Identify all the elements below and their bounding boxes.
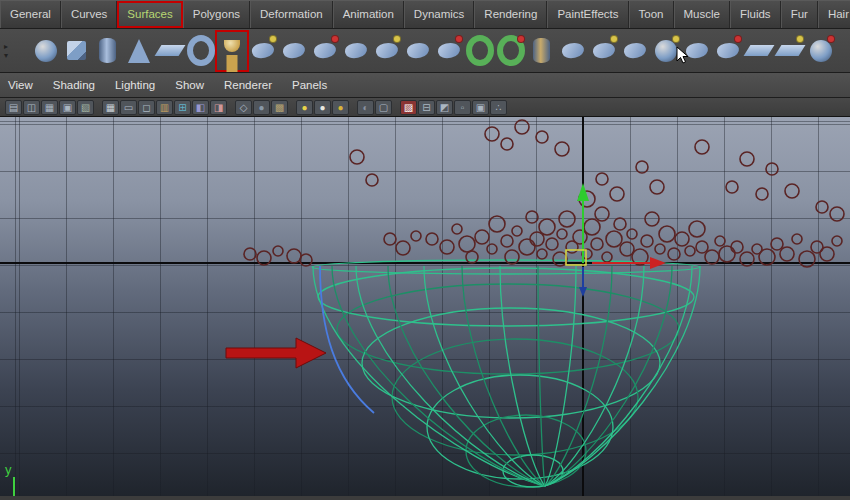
shelf-icon-extend-surfaces[interactable] [745, 33, 773, 69]
use-default-light-icon[interactable]: ● [314, 100, 331, 115]
perspective-viewport[interactable]: y [0, 117, 850, 496]
tab-fluids[interactable]: Fluids [730, 1, 781, 28]
select-camera-icon[interactable]: ▤ [5, 100, 22, 115]
use-selected-lights-icon[interactable]: ● [332, 100, 349, 115]
tab-fur[interactable]: Fur [781, 1, 818, 28]
isolate-select-icon[interactable]: ▢ [375, 100, 392, 115]
shelf-icon-boundary[interactable] [373, 33, 401, 69]
manip-x-arrow[interactable] [650, 257, 666, 269]
particle [557, 229, 567, 239]
manip-z-arrow[interactable] [579, 287, 587, 297]
shelf-menu-arrows[interactable]: ▸▾ [0, 29, 30, 72]
shelf-icon-planar[interactable] [280, 33, 308, 69]
shelf-icon-align-surfaces[interactable] [621, 33, 649, 69]
xray-joints-icon[interactable]: ⊟ [418, 100, 435, 115]
shadows-icon[interactable]: ◐ [357, 100, 374, 115]
shelf-icon-bevel[interactable] [404, 33, 432, 69]
shelf-icon-nurbs-cylinder[interactable] [94, 33, 122, 69]
tab-muscle[interactable]: Muscle [674, 1, 730, 28]
wireframe-mode-icon[interactable]: ◇ [235, 100, 252, 115]
tab-deformation[interactable]: Deformation [250, 1, 333, 28]
manip-y-arrow[interactable] [577, 183, 589, 201]
lock-camera-icon[interactable]: ◫ [23, 100, 40, 115]
particles [244, 120, 844, 267]
textured-mode-icon[interactable]: ▩ [271, 100, 288, 115]
panel-menu-lighting[interactable]: Lighting [115, 79, 155, 91]
shelf-icon-untrim[interactable] [497, 33, 525, 69]
tab-polygons[interactable]: Polygons [183, 1, 250, 28]
panel-menu-view[interactable]: View [8, 79, 33, 91]
panel-menu-shading[interactable]: Shading [53, 79, 95, 91]
world-axes [0, 117, 850, 496]
shelf-icon-nurbs-sphere[interactable] [32, 33, 60, 69]
use-all-lights-icon[interactable]: ● [296, 100, 313, 115]
viewport-scene: y [0, 117, 850, 496]
shelf-icon-nurbs-torus[interactable] [187, 33, 215, 69]
panel-menu-renderer[interactable]: Renderer [224, 79, 272, 91]
tab-general[interactable]: General [0, 1, 61, 28]
shelf-icon-intersect-surfaces[interactable] [528, 33, 556, 69]
shelf-icon-nurbs-cone[interactable] [125, 33, 153, 69]
xray-icon[interactable]: ▨ [400, 100, 417, 115]
shelf-icon-bevel-plus[interactable] [435, 33, 463, 69]
film-gate-icon[interactable]: ▭ [120, 100, 137, 115]
image-plane-icon[interactable]: ▧ [77, 100, 94, 115]
particle [501, 138, 513, 150]
field-chart-icon[interactable]: ⊞ [174, 100, 191, 115]
particle [606, 231, 622, 247]
shelf-icon-trim[interactable] [466, 33, 494, 69]
particle [350, 150, 364, 164]
particle [675, 232, 689, 246]
move-manipulator[interactable] [566, 183, 666, 297]
tab-curves[interactable]: Curves [61, 1, 117, 28]
tab-surfaces[interactable]: Surfaces [117, 1, 182, 28]
shelf-icon-round-tool[interactable] [807, 33, 835, 69]
shelf-tabs: GeneralCurvesSurfacesPolygonsDeformation… [0, 0, 850, 29]
gamma-icon[interactable]: ▫ [454, 100, 471, 115]
exposure-icon[interactable]: ◩ [436, 100, 453, 115]
view-cube-icon[interactable]: ▣ [472, 100, 489, 115]
particle [466, 251, 478, 263]
tab-painteffects[interactable]: PaintEffects [547, 1, 628, 28]
shelf-icon-extrude[interactable] [311, 33, 339, 69]
panel-menubar: ViewShadingLightingShowRendererPanels [0, 73, 850, 98]
particle [536, 131, 548, 143]
shelf-icon-attach-surfaces[interactable] [559, 33, 587, 69]
tab-hair[interactable]: Hair [818, 1, 850, 28]
particle [696, 241, 708, 253]
annotation-arrow [226, 338, 326, 368]
grid-toggle-icon[interactable]: ▦ [102, 100, 119, 115]
bowl-wireframe[interactable] [312, 260, 700, 487]
tab-dynamics[interactable]: Dynamics [404, 1, 474, 28]
panel-menu-panels[interactable]: Panels [292, 79, 327, 91]
share-view-icon[interactable]: ∴ [490, 100, 507, 115]
panel-menu-show[interactable]: Show [175, 79, 204, 91]
accent-badge-icon [672, 35, 680, 43]
particle [641, 235, 653, 247]
shelf-icon-nurbs-cube[interactable] [63, 33, 91, 69]
camera-attributes-icon[interactable]: ▦ [41, 100, 58, 115]
tab-animation[interactable]: Animation [333, 1, 404, 28]
tab-rendering[interactable]: Rendering [474, 1, 547, 28]
particle [519, 239, 535, 255]
tab-toon[interactable]: Toon [629, 1, 674, 28]
shelf-icon-nurbs-plane[interactable] [156, 33, 184, 69]
bookmark-icon[interactable]: ▣ [59, 100, 76, 115]
particle [244, 248, 256, 260]
shelf-icon-offset-surfaces[interactable] [776, 33, 804, 69]
shelf-icon-loft[interactable] [249, 33, 277, 69]
shelf-icon-insert-isoparms[interactable] [714, 33, 742, 69]
safe-title-icon[interactable]: ◨ [210, 100, 227, 115]
gate-mask-icon[interactable]: ▥ [156, 100, 173, 115]
shaded-mode-icon[interactable]: ● [253, 100, 270, 115]
particle [596, 173, 608, 185]
shelf-icon-revolve[interactable] [218, 33, 246, 69]
safe-action-icon[interactable]: ◧ [192, 100, 209, 115]
particle [555, 142, 569, 156]
accent-badge-icon [269, 35, 277, 43]
particle [792, 234, 802, 244]
resolution-gate-icon[interactable]: ◻ [138, 100, 155, 115]
shelf-icon-detach-surfaces[interactable] [590, 33, 618, 69]
particle [440, 240, 454, 254]
shelf-icon-birail[interactable] [342, 33, 370, 69]
